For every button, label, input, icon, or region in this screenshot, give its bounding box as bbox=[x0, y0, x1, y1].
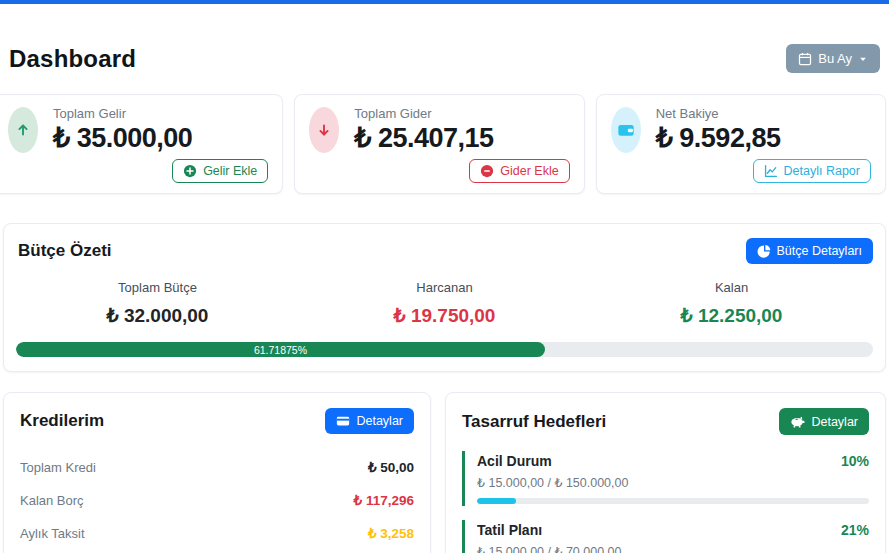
page-title: Dashboard bbox=[9, 45, 136, 73]
detailed-report-button[interactable]: Detaylı Rapor bbox=[753, 159, 871, 183]
top-accent-bar bbox=[0, 0, 889, 4]
total-expense-text: Toplam Gider ₺ 25.407,15 bbox=[354, 106, 493, 154]
loan-total-value: ₺ 50,00 bbox=[368, 459, 414, 475]
goal-progress-fill bbox=[477, 498, 516, 504]
total-expense-label: Toplam Gider bbox=[354, 106, 493, 121]
budget-remaining-stat: Kalan ₺ 12.250,00 bbox=[588, 280, 875, 327]
total-income-card-body: Toplam Gelir ₺ 35.000,00 bbox=[8, 106, 268, 154]
budget-summary-header: Bütçe Özeti Bütçe Detayları bbox=[14, 236, 875, 272]
total-expense-value: ₺ 25.407,15 bbox=[354, 122, 493, 154]
loan-total-row: Toplam Kredi ₺ 50,00 bbox=[20, 459, 414, 475]
total-expense-card: Toplam Gider ₺ 25.407,15 Gider Ekle bbox=[294, 94, 584, 194]
total-income-label: Toplam Gelir bbox=[53, 106, 192, 121]
net-balance-value: ₺ 9.592,85 bbox=[656, 122, 781, 154]
goal-title: Tatil Planı bbox=[477, 522, 542, 538]
budget-total-value: ₺ 32.000,00 bbox=[14, 304, 301, 327]
loans-details-button[interactable]: Detaylar bbox=[325, 408, 414, 434]
budget-details-button[interactable]: Bütçe Detayları bbox=[746, 238, 873, 264]
period-selector-label: Bu Ay bbox=[818, 51, 852, 66]
loan-installment-row: Aylık Taksit ₺ 3,258 bbox=[20, 525, 414, 541]
loans-title: Kredilerim bbox=[20, 411, 104, 431]
budget-total-label: Toplam Bütçe bbox=[14, 280, 301, 295]
loan-installment-label: Aylık Taksit bbox=[20, 526, 85, 541]
loans-details-label: Detaylar bbox=[356, 414, 403, 428]
budget-summary-title: Bütçe Özeti bbox=[18, 241, 112, 261]
savings-goal-item: Tatil Planı 21% ₺ 15.000,00 / ₺ 70.000,0… bbox=[462, 520, 869, 553]
add-expense-button[interactable]: Gider Ekle bbox=[469, 159, 569, 183]
goal-amounts: ₺ 15.000,00 / ₺ 150.000,00 bbox=[477, 475, 869, 490]
minus-circle-icon bbox=[480, 164, 494, 178]
net-balance-card: Net Bakiye ₺ 9.592,85 Detaylı Rapor bbox=[596, 94, 886, 194]
goal-amounts: ₺ 15.000,00 / ₺ 70.000,00 bbox=[477, 544, 869, 553]
loan-remaining-row: Kalan Borç ₺ 117,296 bbox=[20, 492, 414, 508]
budget-spent-value: ₺ 19.750,00 bbox=[301, 304, 588, 327]
total-income-value: ₺ 35.000,00 bbox=[53, 122, 192, 154]
budget-progress-fill: 61.71875% bbox=[16, 342, 545, 357]
bottom-panels-row: Kredilerim Detaylar Toplam Kredi ₺ 50,00 bbox=[3, 392, 886, 553]
caret-down-icon bbox=[858, 54, 868, 64]
budget-summary-card: Bütçe Özeti Bütçe Detayları Toplam Bütçe… bbox=[3, 223, 886, 372]
savings-header: Tasarruf Hedefleri Detaylar bbox=[462, 406, 869, 443]
period-selector-button[interactable]: Bu Ay bbox=[786, 44, 880, 73]
dashboard-page: Dashboard Bu Ay bbox=[0, 44, 889, 553]
net-balance-label: Net Bakiye bbox=[656, 106, 781, 121]
budget-total-stat: Toplam Bütçe ₺ 32.000,00 bbox=[14, 280, 301, 327]
goal-head: Tatil Planı 21% bbox=[477, 522, 869, 538]
budget-progress-label: 61.71875% bbox=[254, 344, 307, 356]
budget-progress-track: 61.71875% bbox=[16, 342, 873, 357]
loans-header: Kredilerim Detaylar bbox=[20, 406, 414, 442]
budget-spent-label: Harcanan bbox=[301, 280, 588, 295]
detailed-report-label: Detaylı Rapor bbox=[784, 164, 860, 178]
total-expense-card-body: Toplam Gider ₺ 25.407,15 bbox=[309, 106, 569, 154]
add-income-label: Gelir Ekle bbox=[203, 164, 257, 178]
savings-goals-card: Tasarruf Hedefleri Detaylar bbox=[445, 392, 886, 553]
plus-circle-icon bbox=[183, 164, 197, 178]
goal-percent: 10% bbox=[841, 453, 869, 469]
calendar-icon bbox=[798, 52, 812, 66]
loan-installment-value: ₺ 3,258 bbox=[368, 525, 414, 541]
goal-progress-track bbox=[477, 498, 869, 504]
net-balance-card-body: Net Bakiye ₺ 9.592,85 bbox=[611, 106, 871, 154]
arrow-up-icon bbox=[8, 107, 38, 153]
loans-card: Kredilerim Detaylar Toplam Kredi ₺ 50,00 bbox=[3, 392, 431, 553]
savings-title: Tasarruf Hedefleri bbox=[462, 412, 606, 432]
add-income-button[interactable]: Gelir Ekle bbox=[172, 159, 268, 183]
net-balance-text: Net Bakiye ₺ 9.592,85 bbox=[656, 106, 781, 154]
goal-head: Acil Durum 10% bbox=[477, 453, 869, 469]
savings-details-button[interactable]: Detaylar bbox=[779, 408, 869, 435]
total-income-text: Toplam Gelir ₺ 35.000,00 bbox=[53, 106, 192, 154]
budget-spent-stat: Harcanan ₺ 19.750,00 bbox=[301, 280, 588, 327]
savings-goal-item: Acil Durum 10% ₺ 15.000,00 / ₺ 150.000,0… bbox=[462, 451, 869, 506]
page-header: Dashboard Bu Ay bbox=[9, 44, 880, 73]
pie-chart-icon bbox=[757, 244, 771, 258]
summary-cards-row: Toplam Gelir ₺ 35.000,00 Gelir Ekle bbox=[0, 94, 886, 194]
loan-total-label: Toplam Kredi bbox=[20, 460, 96, 475]
wallet-icon bbox=[611, 107, 641, 153]
credit-card-icon bbox=[336, 414, 350, 428]
add-expense-label: Gider Ekle bbox=[500, 164, 558, 178]
goal-percent: 21% bbox=[841, 522, 869, 538]
goal-title: Acil Durum bbox=[477, 453, 552, 469]
loan-remaining-value: ₺ 117,296 bbox=[354, 492, 414, 508]
budget-details-label: Bütçe Detayları bbox=[777, 244, 862, 258]
total-income-card: Toplam Gelir ₺ 35.000,00 Gelir Ekle bbox=[0, 94, 283, 194]
budget-remaining-label: Kalan bbox=[588, 280, 875, 295]
arrow-down-icon bbox=[309, 107, 339, 153]
chart-line-icon bbox=[764, 164, 778, 178]
piggy-bank-icon bbox=[790, 414, 805, 429]
loan-remaining-label: Kalan Borç bbox=[20, 493, 84, 508]
budget-remaining-value: ₺ 12.250,00 bbox=[588, 304, 875, 327]
savings-details-label: Detaylar bbox=[811, 415, 858, 429]
budget-stats-row: Toplam Bütçe ₺ 32.000,00 Harcanan ₺ 19.7… bbox=[14, 280, 875, 327]
